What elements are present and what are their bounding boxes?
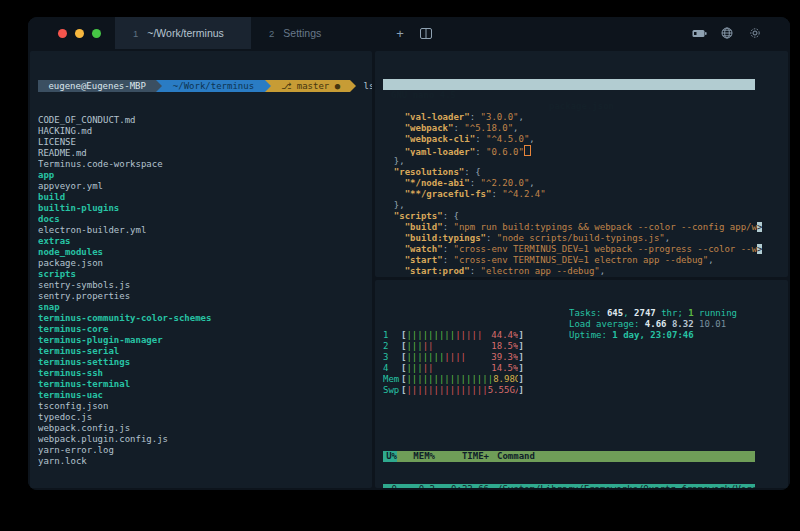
nano-token: : bbox=[491, 189, 502, 199]
file-name: webpack.config.js bbox=[38, 423, 130, 433]
titlebar-drag-area[interactable] bbox=[439, 17, 686, 49]
file-name: CODE_OF_CONDUCT.md bbox=[38, 115, 136, 125]
file-name: yarn-error.log bbox=[38, 445, 114, 455]
directory-name: terminus-plugin-manager bbox=[38, 335, 163, 345]
nano-token: : { bbox=[464, 167, 480, 177]
nano-token bbox=[383, 167, 394, 177]
file-name: webpack.plugin.config.js bbox=[38, 434, 168, 444]
nano-token: : bbox=[470, 112, 481, 122]
file-name: appveyor.yml bbox=[38, 181, 103, 191]
file-item: webpack.config.js bbox=[38, 423, 364, 434]
stat-segment: 8.32 bbox=[672, 319, 699, 329]
nano-line: }, bbox=[383, 156, 780, 167]
meter-label: 3 bbox=[383, 352, 401, 363]
file-name: HACKING.md bbox=[38, 126, 92, 136]
tab-settings[interactable]: 2 Settings bbox=[251, 17, 387, 49]
desktop-background: 1 ~/Work/terminus 2 Settings + bbox=[0, 0, 800, 531]
process-table: U% MEM% TIME+ Command .00.20:22.66/Syste… bbox=[383, 429, 755, 488]
file-item: HACKING.md bbox=[38, 126, 364, 137]
nano-token: "3.0.0" bbox=[481, 112, 519, 122]
nano-line: "start:prod": "electron app --debug", bbox=[383, 266, 780, 277]
nano-token: "build:typings" bbox=[405, 233, 486, 243]
file-item: build bbox=[38, 192, 364, 203]
nano-cursor bbox=[524, 145, 531, 156]
minimize-button[interactable] bbox=[75, 29, 84, 38]
meter-pipes-green: ||||||| bbox=[406, 352, 444, 363]
nano-token bbox=[383, 233, 405, 243]
stat-tasks: Tasks: 645, 2747 thr; 1 running bbox=[569, 308, 737, 319]
nano-token: "webpack-cli" bbox=[405, 134, 475, 144]
gear-icon[interactable] bbox=[742, 27, 768, 39]
meter-pipes-green: ||| bbox=[406, 341, 422, 352]
meter-bracket: ] bbox=[518, 363, 523, 374]
split-pane-icon[interactable] bbox=[413, 17, 439, 49]
file-item: docs bbox=[38, 214, 364, 225]
nano-token bbox=[383, 147, 405, 156]
system-stats: Tasks: 645, 2747 thr; 1 runningLoad aver… bbox=[569, 308, 737, 341]
file-item: electron-builder.yml bbox=[38, 225, 364, 236]
directory-name: scripts bbox=[38, 269, 76, 279]
zoom-button[interactable] bbox=[92, 29, 101, 38]
nano-editor: GNU nano 4.5 package.json "val-loader": … bbox=[375, 51, 788, 277]
nano-token: : bbox=[443, 244, 454, 254]
battery-icon[interactable] bbox=[686, 29, 712, 38]
meter-label: 4 bbox=[383, 363, 401, 374]
cell-mem: 0.2 bbox=[405, 484, 435, 488]
meter-value: 5.55G/6.00G bbox=[488, 385, 519, 396]
prompt-line: eugene@Eugenes-MBP ~/Work/terminus ⎇ mas… bbox=[38, 80, 364, 92]
meter-bracket: ] bbox=[518, 385, 523, 396]
title-bar[interactable]: 1 ~/Work/terminus 2 Settings + bbox=[28, 17, 790, 49]
directory-name: terminus-community-color-schemes bbox=[38, 313, 211, 323]
file-name: yarn.lock bbox=[38, 456, 87, 466]
file-item: scripts bbox=[38, 269, 364, 280]
nano-token: }, bbox=[383, 156, 405, 166]
terminal-pane-shell[interactable]: eugene@Eugenes-MBP ~/Work/terminus ⎇ mas… bbox=[30, 51, 372, 488]
nano-token: , bbox=[529, 134, 534, 144]
stat-segment: Tasks: bbox=[569, 308, 607, 318]
htop-monitor: 1[||||||||||||||44.4%]2[|||||18.5%]3[|||… bbox=[375, 280, 788, 488]
cell-cpu: .0 bbox=[383, 484, 397, 488]
file-item: sentry-symbols.js bbox=[38, 280, 364, 291]
stat-uptime: Uptime: 1 day, 23:07:46 bbox=[569, 330, 737, 341]
nano-token: , bbox=[513, 123, 518, 133]
cell-command: /System/Library/Frameworks/Quartz.framew… bbox=[497, 484, 755, 488]
nano-token: "webpack" bbox=[405, 123, 454, 133]
cpu-meter: 4[|||||14.5%] bbox=[383, 363, 780, 374]
terminal-pane-nano[interactable]: GNU nano 4.5 package.json "val-loader": … bbox=[375, 51, 788, 277]
nano-token bbox=[383, 189, 405, 199]
new-tab-button[interactable]: + bbox=[387, 17, 413, 49]
nano-token: "scripts" bbox=[394, 211, 443, 221]
file-item: snap bbox=[38, 302, 364, 313]
file-item: README.md bbox=[38, 148, 364, 159]
meter-bracket: ] bbox=[518, 352, 523, 363]
file-name: sentry-symbols.js bbox=[38, 280, 130, 290]
tab-work-terminus[interactable]: 1 ~/Work/terminus bbox=[115, 17, 251, 49]
nano-token bbox=[383, 178, 405, 188]
nano-token bbox=[383, 266, 405, 276]
meter-label: Swp bbox=[383, 385, 401, 396]
typed-command: ls bbox=[363, 80, 372, 92]
file-name: Terminus.code-workspace bbox=[38, 159, 163, 169]
tab-label: Settings bbox=[283, 27, 321, 39]
window-controls bbox=[28, 17, 115, 49]
file-item: tsconfig.json bbox=[38, 401, 364, 412]
meter-value: 14.5% bbox=[491, 363, 518, 374]
tab-label: ~/Work/terminus bbox=[147, 27, 224, 39]
meter-bar: ||||||||||||||||8.98G/16.0G bbox=[406, 374, 518, 385]
file-item: terminus-uac bbox=[38, 390, 364, 401]
nano-line: }, bbox=[383, 200, 780, 211]
directory-name: app bbox=[38, 170, 54, 180]
file-item: yarn.lock bbox=[38, 456, 364, 467]
stat-segment: running bbox=[694, 308, 737, 318]
directory-name: node_modules bbox=[38, 247, 103, 257]
file-item: terminus-terminal bbox=[38, 379, 364, 390]
nano-line: "start": "cross-env TERMINUS_DEV=1 elect… bbox=[383, 255, 780, 266]
cell-time: 0:22.66 bbox=[443, 484, 489, 488]
meter-pipes-green: |||||||||||||||| bbox=[406, 374, 493, 385]
close-button[interactable] bbox=[58, 29, 67, 38]
terminal-pane-htop[interactable]: 1[||||||||||||||44.4%]2[|||||18.5%]3[|||… bbox=[375, 280, 788, 488]
nano-line: "watch": "cross-env TERMINUS_DEV=1 webpa… bbox=[383, 244, 780, 255]
nano-token: , bbox=[529, 178, 534, 188]
nano-token: "**/graceful-fs" bbox=[405, 189, 492, 199]
globe-icon[interactable] bbox=[714, 27, 740, 39]
